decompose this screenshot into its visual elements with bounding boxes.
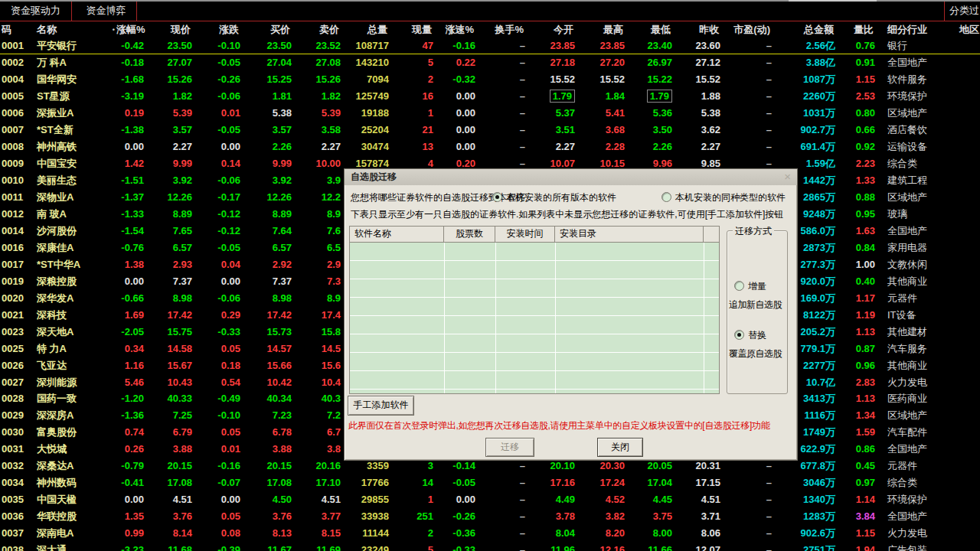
cell-code: 0026 bbox=[0, 360, 31, 371]
cell-buy: 6.78 bbox=[243, 426, 295, 438]
radio-mode-replace[interactable]: 替换 bbox=[734, 329, 766, 342]
cell-pct: 0.99 bbox=[116, 527, 147, 539]
radio-mode-incremental[interactable]: 增量 bbox=[734, 280, 766, 293]
column-header-pe[interactable]: 市盈(动) bbox=[724, 21, 775, 37]
table-row[interactable]: 0006深振业A0.195.390.015.385.391918810.00–5… bbox=[0, 105, 980, 122]
cell-amount: 2751万 bbox=[775, 544, 838, 551]
column-header-prev_close[interactable]: 昨收 bbox=[675, 21, 724, 37]
table-row[interactable]: 0037深南电A0.998.140.088.138.15111442-0.36–… bbox=[0, 525, 980, 542]
list-column-header[interactable]: 软件名称 bbox=[350, 227, 444, 242]
column-header-sell[interactable]: 卖价 bbox=[295, 21, 344, 37]
cell-sell: 10.4 bbox=[295, 377, 344, 388]
table-row[interactable]: 0036华联控股1.353.760.053.763.7733938251-0.2… bbox=[0, 508, 980, 525]
cell-pct: 1.16 bbox=[116, 360, 147, 371]
column-header-region[interactable]: 地区 bbox=[955, 21, 980, 37]
column-header-industry[interactable]: 细分行业 bbox=[878, 21, 955, 37]
tab-fund-game[interactable]: 资金博弈 bbox=[75, 2, 137, 21]
table-row[interactable]: 0034神州数码-0.4117.08-0.0717.0817.101776614… bbox=[0, 474, 980, 491]
table-row[interactable]: 0002万 科A-0.1827.07-0.0527.0427.081432105… bbox=[0, 54, 980, 71]
column-header-pct[interactable]: 涨幅% bbox=[116, 21, 147, 37]
cell-price: 15.75 bbox=[147, 326, 195, 337]
column-header-code[interactable]: 码 bbox=[0, 21, 31, 37]
radio-same-type-label: 本机安装的同种类型的软件 bbox=[675, 192, 786, 203]
column-header-amount[interactable]: 总金额 bbox=[775, 21, 838, 37]
column-header-turnover[interactable]: 换手% bbox=[479, 21, 528, 37]
cell-name: 中国天楹 bbox=[31, 494, 116, 505]
manual-add-software-button[interactable]: 手工添加软件 bbox=[348, 396, 414, 416]
radio-icon[interactable] bbox=[734, 330, 744, 340]
list-column-header[interactable]: 安装目录 bbox=[555, 227, 704, 242]
cell-vol_ratio: 2.83 bbox=[838, 377, 878, 388]
column-header-chg[interactable]: 涨跌 bbox=[195, 21, 243, 37]
cell-industry: 汽车服务 bbox=[878, 343, 955, 354]
radio-all-versions-label: 本机安装的所有版本的软件 bbox=[506, 192, 616, 203]
cell-chg: -0.26 bbox=[195, 73, 243, 85]
cell-pct: -0.18 bbox=[116, 57, 147, 68]
list-column-header[interactable]: 安装时间 bbox=[495, 227, 555, 242]
cell-price: 15.26 bbox=[147, 73, 195, 85]
list-column-header[interactable]: 股票数 bbox=[444, 227, 495, 242]
cell-sell: 23.52 bbox=[295, 40, 344, 51]
cell-low: 5.36 bbox=[628, 107, 675, 119]
cell-price: 5.39 bbox=[147, 107, 195, 119]
cell-sell: 8.9 bbox=[295, 208, 344, 220]
cell-speed: 0.00 bbox=[436, 90, 479, 102]
cell-industry: 综合类 bbox=[878, 477, 955, 488]
column-header-high[interactable]: 最高 bbox=[578, 21, 628, 37]
radio-icon[interactable] bbox=[492, 192, 502, 202]
table-row[interactable]: 0038深大通-3.2311.68-0.3911.6711.69232495-0… bbox=[0, 542, 980, 551]
cell-pct: 0.00 bbox=[116, 141, 147, 152]
software-list-body[interactable] bbox=[350, 243, 719, 393]
cell-prev_close: 17.15 bbox=[675, 477, 724, 488]
cell-vol_ratio: 0.92 bbox=[838, 141, 878, 152]
software-list[interactable]: 软件名称股票数安装时间安装目录 bbox=[349, 226, 720, 394]
close-icon[interactable]: × bbox=[784, 169, 791, 184]
table-row[interactable]: 0008神州高铁0.002.270.002.262.2730474130.00–… bbox=[0, 139, 980, 155]
cell-open: 2.27 bbox=[528, 141, 578, 152]
column-header-open[interactable]: 今开 bbox=[528, 21, 578, 37]
column-header-name[interactable]: 名称• bbox=[31, 21, 116, 37]
cell-open: 3.51 bbox=[528, 124, 578, 135]
cell-turnover: – bbox=[479, 90, 528, 102]
cell-vol_ratio: 0.88 bbox=[838, 191, 878, 203]
radio-icon[interactable] bbox=[734, 281, 744, 291]
column-header-buy[interactable]: 买价 bbox=[243, 21, 295, 37]
column-header-price[interactable]: 现价 bbox=[147, 21, 195, 37]
cell-price: 17.42 bbox=[147, 309, 195, 321]
cell-pe: – bbox=[724, 107, 775, 119]
cell-vol: 23249 bbox=[344, 544, 392, 551]
dialog-title-bar[interactable]: 自选股迁移 × bbox=[345, 169, 797, 185]
radio-same-type[interactable]: 本机安装的同种类型的软件 bbox=[662, 191, 786, 204]
classify-filter-label[interactable]: 分类过 bbox=[944, 2, 980, 21]
cell-pe: – bbox=[724, 460, 775, 471]
cell-pe: – bbox=[724, 494, 775, 505]
migrate-button[interactable]: 迁移 bbox=[485, 438, 534, 457]
cell-chg: 0.54 bbox=[195, 377, 243, 388]
table-row[interactable]: 0001平安银行-0.4223.50-0.1023.5023.521087174… bbox=[0, 37, 980, 54]
cell-industry: 玻璃 bbox=[878, 208, 955, 220]
cell-code: 0034 bbox=[0, 477, 31, 488]
table-row[interactable]: 0005ST星源-3.191.82-0.061.811.82125749160.… bbox=[0, 88, 980, 105]
cell-price: 2.27 bbox=[147, 141, 195, 152]
column-header-speed[interactable]: 涨速% bbox=[436, 21, 479, 37]
cell-high: 10.15 bbox=[578, 158, 628, 169]
column-header-low[interactable]: 最低 bbox=[628, 21, 675, 37]
close-button[interactable]: 关闭 bbox=[597, 438, 643, 457]
radio-icon[interactable] bbox=[662, 192, 671, 202]
cell-pct: -0.79 bbox=[116, 460, 147, 471]
table-row[interactable]: 0004国华网安-1.6815.26-0.2615.2515.2670942-0… bbox=[0, 71, 980, 88]
cell-sell: 40.3 bbox=[295, 393, 344, 404]
radio-all-versions[interactable]: 本机安装的所有版本的软件 bbox=[492, 191, 616, 204]
tab-fund-drive[interactable]: 资金驱动力 bbox=[0, 2, 72, 21]
cell-vol_ratio: 0.84 bbox=[838, 242, 878, 253]
cell-turnover: – bbox=[479, 544, 528, 551]
table-row[interactable]: 0007*ST全新-1.383.57-0.053.573.5825204210.… bbox=[0, 122, 980, 139]
cell-code: 0008 bbox=[0, 141, 31, 152]
cell-code: 0027 bbox=[0, 377, 31, 388]
table-row[interactable]: 0035中国天楹0.004.510.004.504.512985510.00–4… bbox=[0, 491, 980, 508]
column-header-vol[interactable]: 总量 bbox=[344, 21, 392, 37]
column-header-curvol[interactable]: 现量 bbox=[392, 21, 436, 37]
list-column-header[interactable] bbox=[704, 227, 719, 242]
cell-industry: 全国地产 bbox=[878, 443, 955, 455]
column-header-vol_ratio[interactable]: 量比 bbox=[838, 21, 878, 37]
